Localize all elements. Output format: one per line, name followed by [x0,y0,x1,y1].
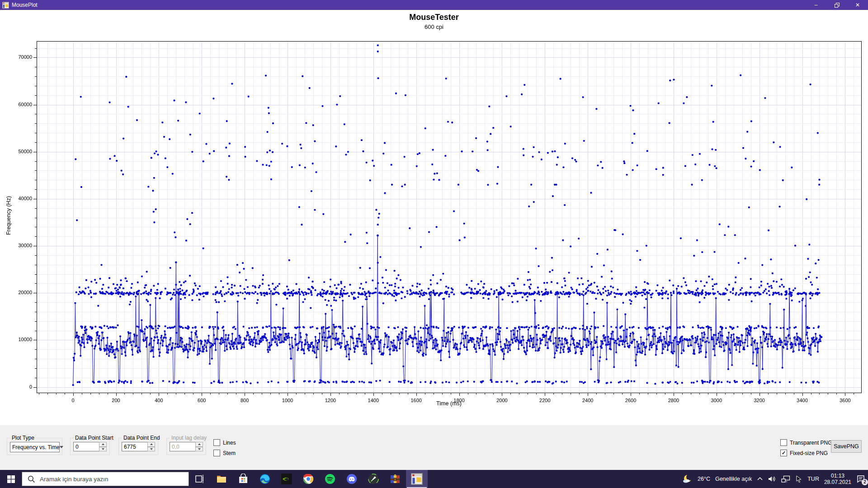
minimize-icon: – [815,2,818,8]
frequency-time-chart [0,10,868,415]
restore-button[interactable] [826,0,847,10]
taskbar-app-edge[interactable] [254,470,276,488]
taskbar-app-file-explorer[interactable] [211,470,232,488]
checkbox-icon[interactable] [213,450,220,456]
taskbar-app-game-launcher[interactable] [363,470,384,488]
spin-up-icon [195,442,203,447]
tray-time: 01:13 [831,473,844,479]
checkbox-icon[interactable]: ✓ [780,450,787,456]
chevron-down-icon [60,446,63,448]
plot-type-select[interactable]: Frequency vs. Time [10,442,60,452]
task-view-button[interactable] [189,470,211,488]
window-titlebar: MousePlot – ✕ [0,0,868,10]
discord-icon [346,474,357,484]
plot-type-group: Plot Type Frequency vs. Time [7,438,62,455]
taskbar-app-nvidia[interactable] [276,470,297,488]
taskbar-app-spotify[interactable] [319,470,341,488]
transparent-png-checkbox[interactable]: Transparent PNG [780,439,832,446]
plot-controls-panel: Plot Type Frequency vs. Time Data Point … [0,425,868,470]
edge-icon [259,474,270,484]
taskbar-app-chrome[interactable] [297,470,319,488]
data-point-start-stepper[interactable]: 0 [73,442,107,451]
x-axis-title: Time (ms) [422,400,476,407]
taskbar-search-input[interactable]: Aramak için buraya yazın [22,472,189,486]
network-icon[interactable] [781,475,790,483]
data-point-start-group: Data Point Start 0 [70,438,110,455]
microsoft-store-icon [238,474,249,484]
tray-chevron-up-icon[interactable] [757,476,763,482]
pointer-device-icon[interactable] [795,475,802,483]
data-point-end-group: Data Point End 6775 [118,438,158,455]
restore-icon [835,3,840,8]
window-title: MousePlot [12,2,38,8]
taskbar-app-discord[interactable] [341,470,363,488]
chrome-icon [303,474,314,484]
taskbar-app-winrar[interactable] [384,470,406,488]
task-view-icon [195,474,204,483]
windows-logo-icon [7,475,15,483]
close-icon: ✕ [855,2,860,8]
spotify-icon [325,474,335,484]
plot-type-label: Plot Type [10,435,36,441]
taskbar-app-microsoft-store[interactable] [232,470,254,488]
minimize-button[interactable]: – [806,0,826,10]
input-lag-delay-value: 0,0 [170,442,195,451]
data-point-start-label: Data Point Start [74,435,115,441]
taskbar-app-mouseplot[interactable] [406,470,428,488]
tray-clock[interactable]: 01:13 28.07.2021 [824,473,851,485]
y-axis-title: Frequency (Hz) [5,191,12,240]
action-center-button[interactable]: 2 [856,474,865,483]
search-icon [28,475,35,483]
tray-language[interactable]: TUR [807,476,819,482]
nvidia-icon [281,474,292,484]
input-lag-delay-group: Input lag delay 0,0 [166,438,206,455]
system-tray: 26°C Genellikle açık TUR 01:1 [682,470,868,488]
game-launcher-icon [368,474,379,484]
tray-weather-text[interactable]: Genellikle açık [715,476,752,482]
transparent-png-label: Transparent PNG [790,440,832,446]
window-client-area: MouseTester 600 cpi Time (ms) Frequency … [0,10,868,470]
plot-type-value: Frequency vs. Time [10,444,60,450]
winrar-icon [390,474,401,484]
stem-checkbox-label: Stem [223,450,236,456]
spin-down-icon [195,447,203,452]
volume-icon[interactable] [768,475,776,483]
data-point-end-value[interactable]: 6775 [122,442,147,451]
data-point-end-stepper[interactable]: 6775 [122,442,155,451]
mouseplot-app-icon [2,2,9,9]
data-point-end-label: Data Point End [122,435,161,441]
spin-up-icon[interactable] [99,442,107,447]
tray-temperature[interactable]: 26°C [698,476,710,482]
close-button[interactable]: ✕ [847,0,868,10]
chart-subtitle: 600 cpi [0,23,868,30]
fixed-size-png-checkbox[interactable]: ✓ Fixed-size PNG [780,450,828,456]
taskbar: Aramak için buraya yazın [0,470,868,488]
spin-down-icon[interactable] [147,447,155,452]
spin-down-icon[interactable] [99,447,107,452]
data-point-start-value[interactable]: 0 [73,442,99,451]
lines-checkbox-label: Lines [223,440,236,446]
checkbox-icon[interactable] [780,439,787,446]
lines-checkbox[interactable]: Lines [213,439,236,446]
stem-checkbox[interactable]: Stem [213,450,236,456]
weather-icon[interactable] [682,474,693,484]
file-explorer-icon [216,474,227,484]
checkbox-icon[interactable] [213,439,220,446]
fixed-size-png-label: Fixed-size PNG [790,450,828,456]
tray-date: 28.07.2021 [824,479,851,485]
notification-count-badge: 2 [862,479,868,485]
save-png-button[interactable]: SavePNG [831,440,862,453]
input-lag-delay-stepper: 0,0 [170,442,203,451]
input-lag-delay-label: Input lag delay [170,435,208,441]
spin-up-icon[interactable] [147,442,155,447]
search-placeholder: Aramak için buraya yazın [40,476,108,483]
mouseplot-icon [411,473,423,485]
chart-title: MouseTester [0,13,868,22]
start-button[interactable] [0,470,22,488]
